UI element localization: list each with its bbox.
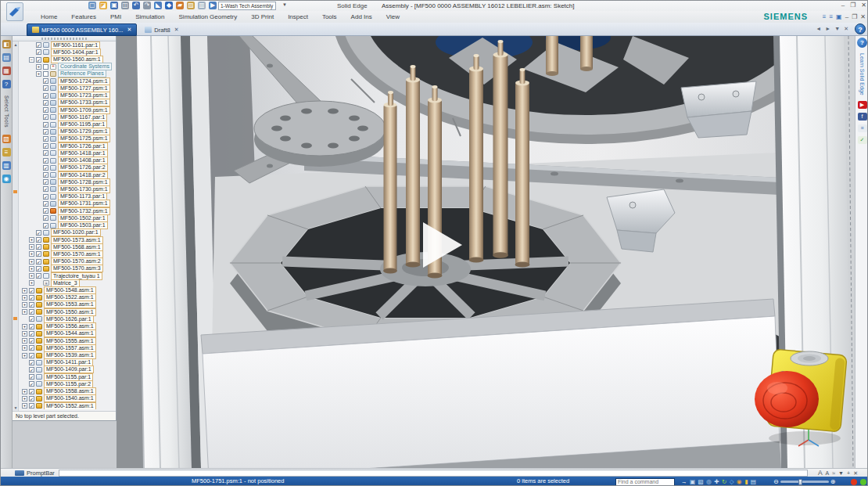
item-checkbox[interactable]: ✓	[43, 93, 48, 99]
ribbon-tab-tools[interactable]: Tools	[315, 13, 344, 20]
graphics-viewport[interactable]	[117, 36, 855, 468]
document-tab[interactable]: Draft8✕	[140, 23, 183, 36]
rotate-view-icon[interactable]: ↻	[722, 477, 726, 486]
tree-item[interactable]: +✓MF500-1732.psm:1	[19, 207, 116, 214]
tree-item[interactable]: +✓MF500-1726.par:1	[19, 142, 116, 149]
simulation-tab-icon[interactable]: ▧	[2, 135, 11, 143]
item-checkbox[interactable]: ✓	[29, 302, 34, 308]
item-checkbox[interactable]: ✓	[43, 172, 48, 178]
expand-toggle-icon[interactable]: +	[22, 331, 27, 337]
zoom-slider[interactable]	[780, 481, 829, 483]
prev-tab-icon[interactable]: ◄	[816, 26, 821, 32]
expand-toggle-icon[interactable]: +	[22, 389, 27, 394]
tree-item[interactable]: +✓MF500-1570.asm:1	[19, 250, 116, 257]
tree-item[interactable]: +✓MF500-1539.asm:1	[19, 351, 116, 358]
expand-toggle-icon[interactable]: +	[36, 64, 41, 70]
item-checkbox[interactable]: ✓	[29, 345, 34, 351]
tree-item[interactable]: +✓MF500-1544.asm:1	[19, 330, 116, 337]
ribbon-tab-view[interactable]: View	[379, 13, 407, 20]
youtube-icon[interactable]: ▶	[858, 101, 867, 109]
tree-item[interactable]: +✓MF500-1728.psm:1	[19, 178, 116, 185]
item-checkbox[interactable]: ✓	[36, 273, 41, 279]
facebook-icon[interactable]: f	[858, 113, 867, 121]
ribbon-tab-pmi[interactable]: PMI	[103, 13, 128, 20]
toolbar-overflow-icon[interactable]: ▼	[282, 2, 287, 7]
close-icon[interactable]: ✕	[861, 1, 866, 10]
doc-control-icon[interactable]: ✕	[860, 13, 866, 21]
tree-item[interactable]: +✓MF500-1570.asm:3	[19, 265, 116, 272]
expand-toggle-icon[interactable]: +	[22, 288, 27, 293]
ribbon-tab-add-ins[interactable]: Add Ins	[344, 13, 379, 20]
tree-item[interactable]: +✓MF500-1503.par:1	[19, 221, 116, 229]
tree-item[interactable]: +✓MF500-1731.psm:1	[19, 200, 116, 207]
tree-item[interactable]: +✓MF500-1020.par:1	[19, 229, 116, 236]
text-scale-icon[interactable]: ▼	[838, 470, 844, 477]
expand-toggle-icon[interactable]: +	[22, 324, 27, 329]
text-scale-icon[interactable]: A	[826, 470, 830, 477]
tree-item[interactable]: −✓MF500-1560.asm:1	[19, 56, 116, 63]
item-checkbox[interactable]: ✓	[29, 396, 34, 401]
feedback-icon[interactable]: ✓	[858, 136, 867, 144]
tree-item[interactable]: +✓MF500-1555.asm:1	[19, 337, 116, 344]
tree-item[interactable]: +✓MF500-1155.par:2	[19, 380, 116, 387]
doc-control-icon[interactable]: ≡	[829, 13, 833, 21]
expand-toggle-icon[interactable]: +	[22, 295, 27, 301]
item-checkbox[interactable]: ✓	[36, 57, 41, 63]
find-command-input[interactable]	[615, 478, 675, 486]
tree-item[interactable]: +✓MF500-1195.par:1	[19, 121, 116, 128]
item-checkbox[interactable]: ✓	[43, 85, 48, 91]
application-button[interactable]	[6, 2, 23, 21]
item-checkbox[interactable]: ✓	[36, 49, 41, 55]
ribbon-tab-simulation-geometry[interactable]: Simulation Geometry	[172, 13, 245, 20]
undo-icon[interactable]: ↶	[132, 2, 140, 9]
expand-toggle-icon[interactable]: +	[29, 280, 34, 286]
tree-item[interactable]: +✓MF500-1724.psm:1	[19, 77, 116, 85]
tree-item[interactable]: +✓MF500-1725.psm:1	[19, 135, 116, 142]
sketch-display-icon[interactable]: ▮	[744, 477, 748, 486]
tab-close-icon[interactable]: ✕	[127, 27, 131, 33]
paint-part-icon[interactable]: ▥	[198, 2, 206, 9]
tree-item[interactable]: +✓MF500-1522.asm:1	[19, 294, 116, 301]
item-checkbox[interactable]: ✓	[43, 100, 48, 106]
ribbon-tab-features[interactable]: Features	[64, 13, 103, 20]
item-checkbox[interactable]: ✓	[29, 309, 34, 315]
view-styles-icon[interactable]: ◉	[737, 477, 742, 486]
expand-toggle-icon[interactable]: +	[29, 273, 34, 279]
zoom-tool-icon[interactable]: ◎	[706, 477, 712, 486]
tree-item[interactable]: +✓MF500-1552.asm:1	[19, 402, 116, 409]
zoom-area-icon[interactable]: ▧	[698, 477, 704, 486]
tree-item[interactable]: +✓MF500-1502.par:1	[19, 214, 116, 221]
item-checkbox[interactable]: ✓	[29, 374, 34, 380]
restore-icon[interactable]: ❐	[850, 1, 855, 10]
save-icon[interactable]: ▣	[110, 2, 118, 9]
expand-toggle-icon[interactable]: +	[29, 237, 34, 243]
layers-tab-icon[interactable]: ≡	[2, 148, 11, 157]
item-checkbox[interactable]	[43, 71, 48, 77]
alternate-assemblies-tab-icon[interactable]: ▦	[2, 67, 11, 75]
text-scale-icon[interactable]: A	[818, 470, 823, 477]
doc-control-icon[interactable]: –	[845, 13, 848, 21]
document-tab[interactable]: MF500 0000 ASSEMBLY 160...✕	[27, 23, 137, 36]
tree-item[interactable]: +✓MF500-1733.psm:1	[19, 99, 116, 106]
tree-item[interactable]: +Coordinate Systems	[19, 63, 116, 70]
named-views-icon[interactable]: ◇	[730, 477, 734, 486]
tree-item[interactable]: +✓MF500-1408.par:1	[19, 157, 116, 164]
move-part-icon[interactable]: ▶	[209, 2, 217, 9]
record-icon[interactable]	[851, 479, 857, 485]
item-checkbox[interactable]: ✓	[43, 158, 48, 164]
new-document-icon[interactable]: ▢	[88, 2, 96, 9]
expand-toggle-icon[interactable]: −	[29, 57, 34, 63]
tree-item[interactable]: +✓MF500-1558.asm:1	[19, 388, 116, 395]
appearance-icon[interactable]: ▨	[187, 2, 195, 9]
tree-item[interactable]: +✓MF500-1626.par:1	[19, 315, 116, 322]
item-checkbox[interactable]: ✓	[29, 353, 34, 358]
tree-item[interactable]: +✓MF500-1409.par:1	[19, 366, 116, 373]
text-scale-icon[interactable]: +	[847, 470, 850, 477]
item-checkbox[interactable]: ✓	[43, 107, 48, 113]
style-icon[interactable]: ▰	[176, 2, 184, 9]
selection-sets-icon[interactable]: ▤	[751, 477, 756, 486]
item-checkbox[interactable]: ✓	[29, 316, 34, 322]
tree-item[interactable]: +✓MF500-1726.par:2	[19, 164, 116, 171]
text-scale-icon[interactable]: ✕	[853, 470, 858, 477]
item-checkbox[interactable]: ✓	[36, 237, 41, 243]
